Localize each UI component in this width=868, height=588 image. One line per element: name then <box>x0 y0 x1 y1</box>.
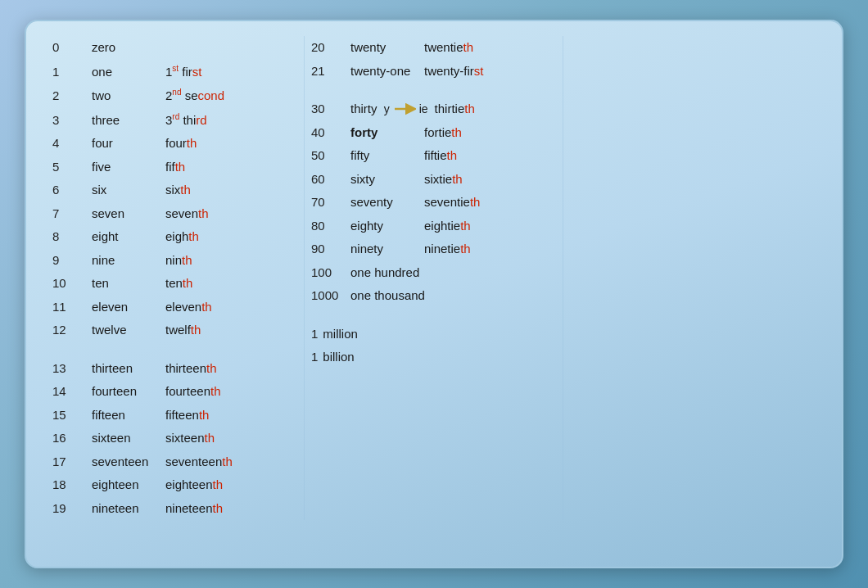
row-60: 60 sixty sixtieth <box>311 168 556 192</box>
word-ninety: ninety <box>350 240 424 259</box>
ordinal-60: sixtieth <box>424 170 531 189</box>
ordinal-21: twenty-first <box>424 62 531 81</box>
row-1million: 1 million <box>311 323 556 346</box>
row-40: 40 forty fortieth <box>311 121 556 145</box>
word-seven: seven <box>92 205 165 224</box>
word-eleven: eleven <box>92 298 165 317</box>
num-70: 70 <box>311 193 350 212</box>
num-100: 100 <box>311 264 350 283</box>
num-0: 0 <box>52 38 92 57</box>
word-one-thousand: one thousand <box>350 287 425 305</box>
row-4: 4 four fourth <box>52 132 297 156</box>
row-8: 8 eight eighth <box>52 225 297 249</box>
word-ten: ten <box>92 274 165 293</box>
word-seventeen: seventeen <box>92 453 165 472</box>
row-14: 14 fourteen fourteenth <box>52 380 297 404</box>
row-17: 17 seventeen seventeenth <box>52 450 297 474</box>
num-16: 16 <box>52 429 92 448</box>
blank-row-1 <box>52 342 297 357</box>
ordinal-90: ninetieth <box>424 240 531 259</box>
word-billion: billion <box>323 348 396 367</box>
row-10: 10 ten tenth <box>52 272 297 296</box>
row-1000: 1000 one thousand <box>311 284 556 308</box>
ordinal-40: fortieth <box>424 124 531 142</box>
word-sixty: sixty <box>350 170 424 189</box>
word-two: two <box>92 87 165 106</box>
word-seventy: seventy <box>350 193 424 212</box>
num-1: 1 <box>52 63 92 82</box>
row-12: 12 twelve twelfth <box>52 319 297 342</box>
ordinal-7: seventh <box>165 205 272 224</box>
ordinal-11: eleventh <box>165 298 272 317</box>
word-fifty: fifty <box>350 147 424 165</box>
word-nineteen: nineteen <box>92 500 165 518</box>
num-7: 7 <box>52 205 92 224</box>
row-80: 80 eighty eightieth <box>311 215 556 238</box>
row-21: 21 twenty-one twenty-first <box>311 60 556 84</box>
word-zero: zero <box>92 38 165 57</box>
ordinal-6: sixth <box>165 181 272 200</box>
num-11: 11 <box>52 298 92 317</box>
row-19: 19 nineteen nineteenth <box>52 497 297 521</box>
ordinal-70: seventieth <box>424 193 531 212</box>
word-fifteen: fifteen <box>92 406 165 425</box>
row-15: 15 fifteen fifteenth <box>52 404 297 427</box>
num-21: 21 <box>311 62 350 81</box>
arrow-label-y: y <box>384 101 390 118</box>
num-17: 17 <box>52 453 92 472</box>
row-16: 16 sixteen sixteenth <box>52 427 297 450</box>
word-fourteen: fourteen <box>92 382 165 401</box>
row-90: 90 ninety ninetieth <box>311 237 556 261</box>
word-four: four <box>92 134 165 153</box>
ordinal-50: fiftieth <box>424 147 531 165</box>
row-13: 13 thirteen thirteenth <box>52 357 297 381</box>
num-15: 15 <box>52 406 92 425</box>
num-3: 3 <box>52 111 92 130</box>
word-eight: eight <box>92 228 165 247</box>
num-60: 60 <box>311 170 350 189</box>
arrow-label-ie: ie <box>419 101 428 118</box>
ordinal-4: fourth <box>165 134 272 153</box>
num-8: 8 <box>52 228 92 247</box>
row-50: 50 fifty fiftieth <box>311 144 556 168</box>
word-eighteen: eighteen <box>92 476 165 495</box>
ordinal-18: eighteenth <box>165 476 272 495</box>
ordinal-30: thirtieth <box>435 100 541 119</box>
word-million: million <box>323 325 396 344</box>
ordinal-5: fifth <box>165 158 272 177</box>
ordinal-2: 2nd second <box>165 86 272 106</box>
row-6: 6 six sixth <box>52 179 297 202</box>
word-forty: forty <box>350 124 424 142</box>
ordinal-14: fourteenth <box>165 382 272 401</box>
col-20-1000: 20 twenty twentieth 21 twenty-one twenty… <box>305 36 563 520</box>
row-7: 7 seven seventh <box>52 202 297 226</box>
row-18: 18 eighteen eighteenth <box>52 473 297 497</box>
num-1000: 1000 <box>311 287 350 305</box>
word-three: three <box>92 111 165 130</box>
word-eighty: eighty <box>350 217 424 236</box>
word-five: five <box>92 158 165 177</box>
ordinal-20: twentieth <box>424 38 531 57</box>
word-one: one <box>92 63 165 82</box>
num-14: 14 <box>52 382 92 401</box>
num-20: 20 <box>311 38 350 57</box>
row-100: 100 one hundred <box>311 261 556 285</box>
word-six: six <box>92 181 165 200</box>
row-1billion: 1 billion <box>311 346 556 369</box>
num-1billion-label: 1 <box>311 348 318 367</box>
ordinal-10: tenth <box>165 274 272 293</box>
row-30: 30 thirty y ie thirtieth <box>311 97 556 121</box>
word-twelve: twelve <box>92 321 165 340</box>
content-grid: 0 zero 1 one 1st first 2 two 2nd second <box>46 36 822 520</box>
num-2: 2 <box>52 87 92 106</box>
row-0: 0 zero <box>52 36 297 60</box>
num-40: 40 <box>311 124 350 142</box>
ordinal-8: eighth <box>165 228 272 247</box>
num-6: 6 <box>52 181 92 200</box>
word-nine: nine <box>92 251 165 270</box>
row-5: 5 five fifth <box>52 156 297 179</box>
ordinal-19: nineteenth <box>165 500 272 518</box>
num-19: 19 <box>52 500 92 518</box>
ordinal-80: eightieth <box>424 217 531 236</box>
num-9: 9 <box>52 251 92 270</box>
